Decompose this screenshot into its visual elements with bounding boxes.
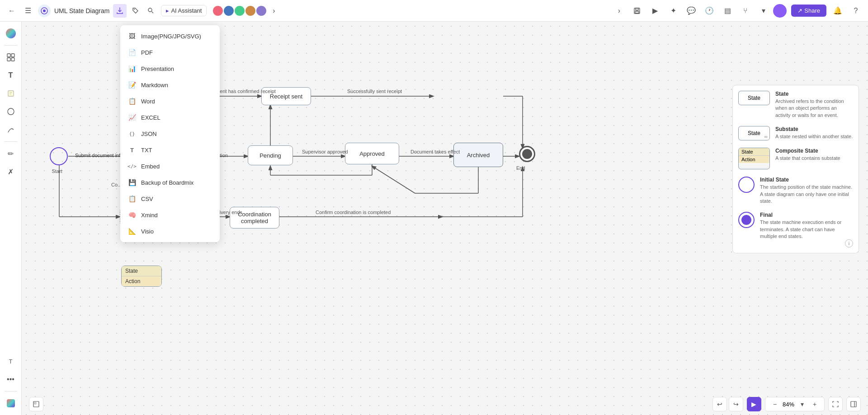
play-diagram-button[interactable]: ▶ bbox=[747, 397, 761, 411]
bottom-left-tools bbox=[29, 397, 43, 411]
save-icon[interactable] bbox=[630, 4, 644, 18]
sidebar-separator-1 bbox=[5, 45, 17, 46]
legend-final-title: Final bbox=[760, 212, 853, 218]
svg-point-15 bbox=[8, 108, 14, 115]
chat-icon[interactable]: 💬 bbox=[684, 4, 698, 18]
legend-final-circle-inner bbox=[741, 215, 751, 225]
legend-substate-desc: A state nested within another state. bbox=[775, 133, 853, 140]
bottom-bar: ↩ ↪ ▶ − 84% ▾ + bbox=[22, 393, 868, 415]
bottom-right-tools: ↩ ↪ ▶ − 84% ▾ + bbox=[712, 397, 861, 411]
svg-point-2 bbox=[134, 9, 135, 10]
sidebar-text2-btn[interactable]: T bbox=[3, 353, 19, 369]
tag-button[interactable] bbox=[128, 4, 142, 18]
legend-info-button[interactable]: i bbox=[845, 239, 853, 247]
sidebar-color-btn[interactable] bbox=[3, 25, 19, 42]
menu-button[interactable]: ☰ bbox=[22, 5, 34, 17]
redo-button[interactable]: ↪ bbox=[729, 397, 743, 411]
topbar-left: ← ☰ UML State Diagram ▸ AI Assistant bbox=[5, 4, 609, 18]
export-word-item[interactable]: 📋 Word bbox=[120, 93, 220, 109]
export-markdown-item[interactable]: 📝 Markdown bbox=[120, 77, 220, 93]
help-icon[interactable]: ? bbox=[849, 4, 863, 18]
sidebar-eraser-btn[interactable]: ✗ bbox=[3, 163, 19, 180]
image-icon: 🖼 bbox=[127, 32, 137, 41]
export-excel-item[interactable]: 📈 EXCEL bbox=[120, 109, 220, 126]
legend-state-box: State bbox=[738, 91, 770, 105]
export-xmind-item[interactable]: 🧠 Xmind bbox=[120, 207, 220, 223]
zoom-out-button[interactable]: − bbox=[770, 399, 780, 409]
json-icon: {} bbox=[127, 129, 137, 138]
export-visio-item[interactable]: 📐 Visio bbox=[120, 223, 220, 239]
clock-icon[interactable]: 🕐 bbox=[703, 4, 716, 18]
supervisor-approved-label: Supervisor approved bbox=[302, 149, 348, 154]
svg-rect-9 bbox=[11, 54, 14, 57]
export-json-item[interactable]: {} JSON bbox=[120, 126, 220, 142]
archived-state[interactable]: Archived bbox=[453, 143, 503, 167]
sidebar-separator-3 bbox=[5, 391, 17, 392]
legend-initial-item: Initial State The starting position of t… bbox=[738, 177, 853, 205]
export-csv-item[interactable]: 📋 CSV bbox=[120, 191, 220, 207]
start-label: Start bbox=[43, 168, 71, 174]
export-embed-item[interactable]: </> Embed bbox=[120, 158, 220, 174]
sidebar-sticky-btn[interactable] bbox=[3, 85, 19, 102]
sidebar-apps-btn[interactable] bbox=[3, 395, 19, 411]
sidebar-text-btn[interactable]: T bbox=[3, 67, 19, 84]
end-state-inner bbox=[522, 149, 532, 159]
legend-initial-desc: The starting position of the state machi… bbox=[760, 184, 853, 205]
export-pdf-item[interactable]: 📄 PDF bbox=[120, 44, 220, 61]
approved-state[interactable]: Approved bbox=[345, 143, 399, 164]
coordination-completed-label: Coordination completed bbox=[238, 211, 271, 224]
xmind-icon: 🧠 bbox=[127, 210, 137, 219]
sidebar-dots-btn[interactable]: ••• bbox=[3, 371, 19, 387]
export-backup-label: Backup of Boardmix bbox=[141, 179, 193, 186]
sidebar-separator-2 bbox=[5, 141, 17, 142]
sidebar-circle-btn[interactable] bbox=[3, 103, 19, 120]
canvas-area[interactable]: 🖼 Image(PNG/JPG/SVG) 📄 PDF 📊 Presentatio… bbox=[22, 22, 868, 415]
legend-final-circle bbox=[738, 212, 755, 228]
legend-substate-box: State bbox=[738, 126, 770, 140]
export-visio-label: Visio bbox=[141, 228, 154, 235]
chevron-down-icon[interactable]: ▾ bbox=[757, 4, 770, 18]
composite-state-bottom[interactable]: State Action bbox=[121, 266, 162, 287]
export-txt-item[interactable]: T TXT bbox=[120, 142, 220, 158]
sidebar-connector-btn[interactable] bbox=[3, 121, 19, 138]
back-button[interactable]: ← bbox=[5, 5, 18, 17]
layout-icon[interactable]: ▤ bbox=[721, 4, 734, 18]
pending-state[interactable]: Pending bbox=[248, 145, 293, 165]
fit-screen-button[interactable] bbox=[828, 397, 843, 411]
minimap-button[interactable] bbox=[29, 397, 43, 411]
excel-icon: 📈 bbox=[127, 113, 137, 122]
search-button[interactable] bbox=[144, 4, 157, 18]
start-state bbox=[50, 147, 68, 165]
svg-rect-8 bbox=[7, 54, 10, 57]
sidebar-edit-btn[interactable]: ✏ bbox=[3, 145, 19, 162]
export-button[interactable] bbox=[113, 4, 127, 18]
branch-icon[interactable]: ⑂ bbox=[739, 4, 752, 18]
zoom-in-button[interactable]: + bbox=[810, 399, 820, 409]
zoom-control: − 84% ▾ + bbox=[765, 397, 825, 411]
word-icon: 📋 bbox=[127, 97, 137, 106]
sidebar-shapes-btn[interactable] bbox=[3, 49, 19, 65]
ai-assistant-button[interactable]: ▸ AI Assistant bbox=[161, 5, 207, 16]
panel-toggle-button[interactable] bbox=[846, 397, 861, 411]
visio-icon: 📐 bbox=[127, 227, 137, 236]
notification-icon[interactable]: 🔔 bbox=[831, 4, 844, 18]
export-pdf-label: PDF bbox=[141, 49, 153, 56]
export-presentation-item[interactable]: 📊 Presentation bbox=[120, 61, 220, 77]
legend-state-title: State bbox=[775, 91, 853, 97]
txt-icon: T bbox=[127, 145, 137, 154]
user-avatar bbox=[773, 4, 787, 18]
zoom-dropdown-button[interactable]: ▾ bbox=[797, 399, 807, 409]
play-icon[interactable]: ▶ bbox=[648, 4, 662, 18]
undo-button[interactable]: ↩ bbox=[712, 397, 727, 411]
chevron-right-icon[interactable]: › bbox=[612, 4, 626, 18]
main-area: T ✏ ✗ T ••• 🖼 Image(PNG/JPG/SVG) bbox=[0, 22, 868, 415]
share-button[interactable]: ↗ Share bbox=[791, 5, 826, 17]
star-icon[interactable]: ✦ bbox=[666, 4, 680, 18]
legend-state-item: State State Archived refers to the condi… bbox=[738, 91, 853, 119]
export-backup-item[interactable]: 💾 Backup of Boardmix bbox=[120, 174, 220, 191]
more-button[interactable]: › bbox=[273, 7, 275, 15]
markdown-icon: 📝 bbox=[127, 80, 137, 89]
ai-label: AI Assistant bbox=[171, 7, 202, 14]
ai-icon: ▸ bbox=[166, 7, 169, 14]
export-image-item[interactable]: 🖼 Image(PNG/JPG/SVG) bbox=[120, 28, 220, 44]
